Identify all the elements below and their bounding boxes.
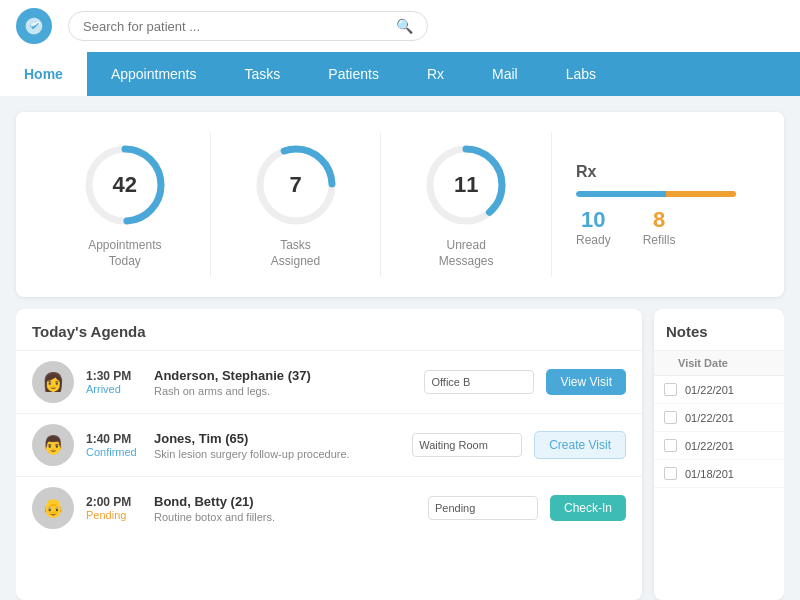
- search-icon: 🔍: [396, 18, 413, 34]
- agenda-list: 👩 1:30 PM Arrived Anderson, Stephanie (3…: [16, 350, 642, 600]
- patient-notes-2: Routine botox and fillers.: [154, 511, 416, 523]
- notes-checkbox-3[interactable]: [664, 467, 677, 480]
- agenda-row-1: 👨 1:40 PM Confirmed Jones, Tim (65) Skin…: [16, 413, 642, 476]
- tasks-value: 7: [289, 172, 301, 198]
- notes-checkbox-2[interactable]: [664, 439, 677, 452]
- time-status-0: 1:30 PM Arrived: [86, 369, 142, 395]
- nav-item-appointments[interactable]: Appointments: [87, 52, 221, 96]
- bottom-section: Today's Agenda 👩 1:30 PM Arrived Anderso…: [16, 309, 784, 600]
- time-0: 1:30 PM: [86, 369, 142, 383]
- rx-ready-value: 10: [581, 207, 605, 233]
- rx-bar-ready: [576, 191, 666, 197]
- rx-bar: [576, 191, 736, 197]
- messages-donut: 11: [421, 140, 511, 230]
- notes-title: Notes: [654, 309, 784, 351]
- action-btn-1[interactable]: Create Visit: [534, 431, 626, 459]
- stat-tasks: 7 TasksAssigned: [211, 132, 382, 277]
- notes-date-2: 01/22/201: [685, 440, 734, 452]
- patient-notes-1: Skin lesion surgery follow-up procedure.: [154, 448, 400, 460]
- rx-refills: 8 Refills: [643, 207, 676, 247]
- notes-row-3: 01/18/201: [654, 460, 784, 488]
- rx-ready: 10 Ready: [576, 207, 611, 247]
- notes-row-1: 01/22/201: [654, 404, 784, 432]
- location-select-0[interactable]: Office B Waiting Room Pending: [424, 370, 534, 394]
- main-content: 42 AppointmentsToday 7 TasksAssigned: [0, 96, 800, 600]
- top-bar: 🔍: [0, 0, 800, 52]
- time-status-2: 2:00 PM Pending: [86, 495, 142, 521]
- rx-refills-label: Refills: [643, 233, 676, 247]
- messages-value: 11: [454, 172, 478, 198]
- patient-info-2: Bond, Betty (21) Routine botox and fille…: [154, 494, 416, 523]
- avatar-1: 👨: [32, 424, 74, 466]
- notes-header: Visit Date: [654, 351, 784, 376]
- notes-row-2: 01/22/201: [654, 432, 784, 460]
- appointments-value: 42: [113, 172, 137, 198]
- time-status-1: 1:40 PM Confirmed: [86, 432, 142, 458]
- patient-info-0: Anderson, Stephanie (37) Rash on arms an…: [154, 368, 412, 397]
- nav-item-mail[interactable]: Mail: [468, 52, 542, 96]
- action-btn-0[interactable]: View Visit: [546, 369, 626, 395]
- tasks-donut: 7: [251, 140, 341, 230]
- patient-notes-0: Rash on arms and legs.: [154, 385, 412, 397]
- time-1: 1:40 PM: [86, 432, 142, 446]
- main-nav: Home Appointments Tasks Patients Rx Mail…: [0, 52, 800, 96]
- nav-item-tasks[interactable]: Tasks: [221, 52, 305, 96]
- status-2: Pending: [86, 509, 142, 521]
- notes-panel: Notes Visit Date 01/22/201 01/22/201 01/…: [654, 309, 784, 600]
- notes-row-0: 01/22/201: [654, 376, 784, 404]
- avatar-2: 👴: [32, 487, 74, 529]
- agenda-panel: Today's Agenda 👩 1:30 PM Arrived Anderso…: [16, 309, 642, 600]
- status-1: Confirmed: [86, 446, 142, 458]
- tasks-label: TasksAssigned: [271, 238, 320, 269]
- appointments-label: AppointmentsToday: [88, 238, 161, 269]
- rx-counts: 10 Ready 8 Refills: [576, 207, 675, 247]
- nav-item-home[interactable]: Home: [0, 52, 87, 96]
- location-select-2[interactable]: Pending Office B Waiting Room: [428, 496, 538, 520]
- patient-info-1: Jones, Tim (65) Skin lesion surgery foll…: [154, 431, 400, 460]
- avatar-0: 👩: [32, 361, 74, 403]
- notes-date-1: 01/22/201: [685, 412, 734, 424]
- search-input[interactable]: [83, 19, 388, 34]
- stats-section: 42 AppointmentsToday 7 TasksAssigned: [16, 112, 784, 297]
- rx-panel: Rx 10 Ready 8 Refills: [552, 155, 760, 255]
- rx-ready-label: Ready: [576, 233, 611, 247]
- patient-name-0: Anderson, Stephanie (37): [154, 368, 412, 383]
- location-select-1[interactable]: Waiting Room Office B Pending: [412, 433, 522, 457]
- stat-appointments: 42 AppointmentsToday: [40, 132, 211, 277]
- notes-col-label: Visit Date: [678, 357, 728, 369]
- notes-checkbox-1[interactable]: [664, 411, 677, 424]
- notes-date-0: 01/22/201: [685, 384, 734, 396]
- time-2: 2:00 PM: [86, 495, 142, 509]
- nav-item-patients[interactable]: Patients: [304, 52, 403, 96]
- notes-checkbox-0[interactable]: [664, 383, 677, 396]
- agenda-row-0: 👩 1:30 PM Arrived Anderson, Stephanie (3…: [16, 350, 642, 413]
- rx-bar-refills: [666, 191, 736, 197]
- agenda-title: Today's Agenda: [16, 309, 642, 350]
- rx-title: Rx: [576, 163, 596, 181]
- search-bar[interactable]: 🔍: [68, 11, 428, 41]
- agenda-row-2: 👴 2:00 PM Pending Bond, Betty (21) Routi…: [16, 476, 642, 539]
- appointments-donut: 42: [80, 140, 170, 230]
- patient-name-2: Bond, Betty (21): [154, 494, 416, 509]
- nav-item-labs[interactable]: Labs: [542, 52, 620, 96]
- status-0: Arrived: [86, 383, 142, 395]
- nav-item-rx[interactable]: Rx: [403, 52, 468, 96]
- patient-name-1: Jones, Tim (65): [154, 431, 400, 446]
- action-btn-2[interactable]: Check-In: [550, 495, 626, 521]
- rx-refills-value: 8: [653, 207, 665, 233]
- notes-date-3: 01/18/201: [685, 468, 734, 480]
- app-logo: [16, 8, 52, 44]
- messages-label: UnreadMessages: [439, 238, 494, 269]
- stat-messages: 11 UnreadMessages: [381, 132, 552, 277]
